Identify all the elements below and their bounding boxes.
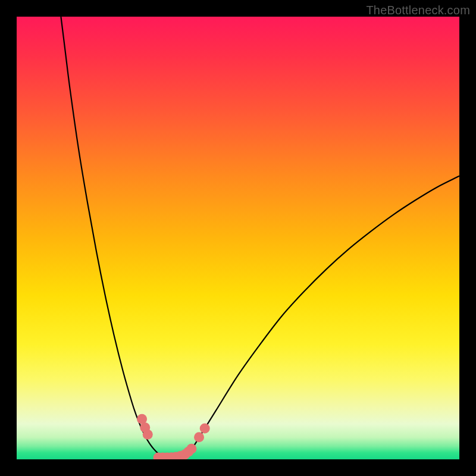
right-marker-2 — [200, 423, 210, 433]
right-curve — [180, 176, 459, 459]
watermark-text: TheBottleneck.com — [366, 4, 470, 17]
left-curve — [61, 17, 167, 459]
right-marker-1 — [194, 432, 204, 442]
chart-frame: TheBottleneck.com — [0, 0, 476, 476]
plot-area — [17, 17, 459, 459]
curve-layer — [17, 17, 459, 459]
floor-marker-9 — [186, 444, 196, 454]
left-marker-3 — [143, 430, 153, 440]
marker-group — [137, 414, 210, 459]
